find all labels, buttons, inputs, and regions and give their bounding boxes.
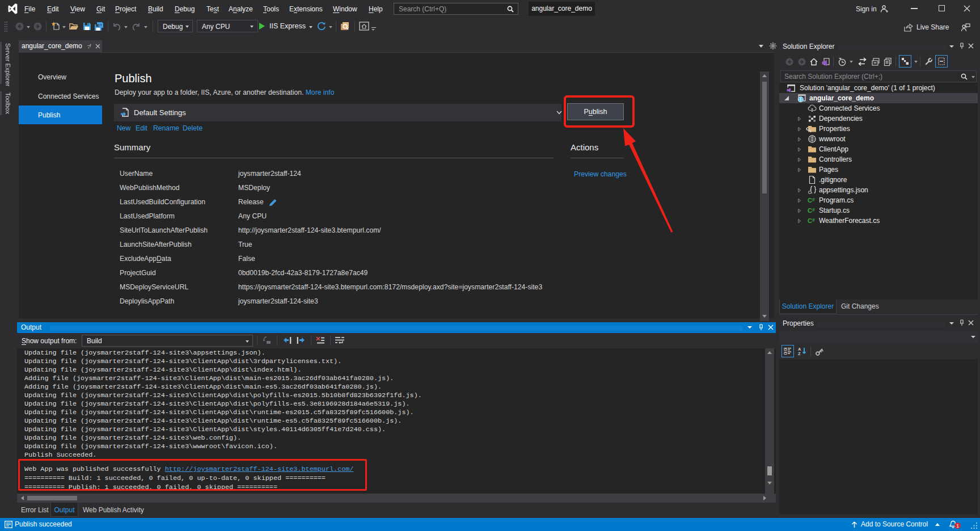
svg-text:Z: Z xyxy=(798,351,801,356)
